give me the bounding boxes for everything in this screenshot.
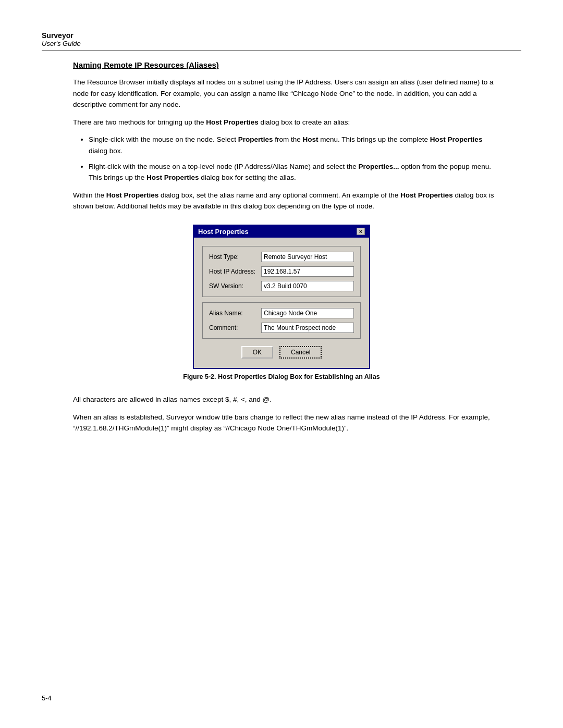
alias-name-label: Alias Name: — [209, 310, 261, 317]
header-title: Surveyor — [42, 31, 521, 40]
host-type-label: Host Type: — [209, 253, 261, 261]
alias-name-input[interactable] — [261, 308, 354, 318]
ok-button[interactable]: OK — [241, 346, 273, 359]
page-header: Surveyor User's Guide — [42, 31, 521, 51]
comment-input[interactable] — [261, 323, 354, 333]
dialog-titlebar: Host Properties × — [194, 226, 369, 238]
figure-caption: Figure 5-2. Host Properties Dialog Box f… — [183, 373, 380, 380]
sw-version-input[interactable] — [261, 281, 354, 291]
alias-name-row: Alias Name: — [209, 308, 354, 318]
dialog-buttons: OK Cancel — [202, 344, 361, 362]
paragraph-1: The Resource Browser initially displays … — [73, 77, 500, 110]
bullet-item-2: Right-click with the mouse on a top-leve… — [89, 161, 500, 183]
host-type-input[interactable] — [261, 252, 354, 262]
dialog-body: Host Type: Host IP Address: SW Version: — [194, 238, 369, 368]
comment-row: Comment: — [209, 323, 354, 333]
page: Surveyor User's Guide Naming Remote IP R… — [0, 0, 563, 728]
paragraph-2: There are two methods for bringing up th… — [73, 117, 500, 128]
paragraph-5: When an alias is established, Surveyor w… — [73, 412, 500, 434]
bullet-item-1: Single-click with the mouse on the node.… — [89, 134, 500, 156]
paragraph-4: All characters are allowed in alias name… — [73, 394, 500, 405]
page-number: 5-4 — [42, 694, 52, 702]
host-ip-row: Host IP Address: — [209, 266, 354, 277]
dialog-close-button[interactable]: × — [357, 228, 365, 235]
dialog-container: Host Properties × Host Type: Host IP Add… — [42, 225, 521, 389]
host-ip-input[interactable] — [261, 266, 354, 277]
dialog-title: Host Properties — [198, 228, 249, 236]
dialog-alias-section: Alias Name: Comment: — [202, 302, 361, 339]
paragraph-3: Within the Host Properties dialog box, s… — [73, 190, 500, 212]
host-properties-dialog: Host Properties × Host Type: Host IP Add… — [193, 225, 370, 369]
host-ip-label: Host IP Address: — [209, 268, 261, 275]
bullet-list: Single-click with the mouse on the node.… — [89, 134, 500, 183]
comment-label: Comment: — [209, 324, 261, 331]
sw-version-label: SW Version: — [209, 282, 261, 290]
section-heading: Naming Remote IP Resources (Aliases) — [73, 60, 521, 69]
host-type-row: Host Type: — [209, 252, 354, 262]
dialog-info-section: Host Type: Host IP Address: SW Version: — [202, 246, 361, 297]
sw-version-row: SW Version: — [209, 281, 354, 291]
cancel-button[interactable]: Cancel — [279, 346, 322, 359]
header-subtitle: User's Guide — [42, 40, 521, 47]
